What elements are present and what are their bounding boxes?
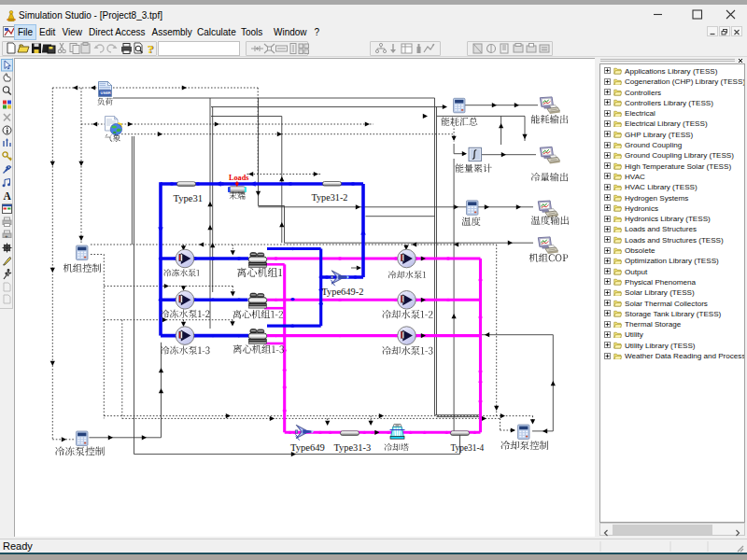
svg-text:Type31-4: Type31-4 [451,443,485,453]
svg-text:Type31: Type31 [174,193,204,203]
svg-text:Type31-3: Type31-3 [334,442,372,453]
svg-text:Type31-2: Type31-2 [312,192,348,203]
svg-text:Type649-2: Type649-2 [322,287,364,297]
svg-text:Loads: Loads [229,174,248,182]
svg-text:Type649: Type649 [290,442,325,453]
